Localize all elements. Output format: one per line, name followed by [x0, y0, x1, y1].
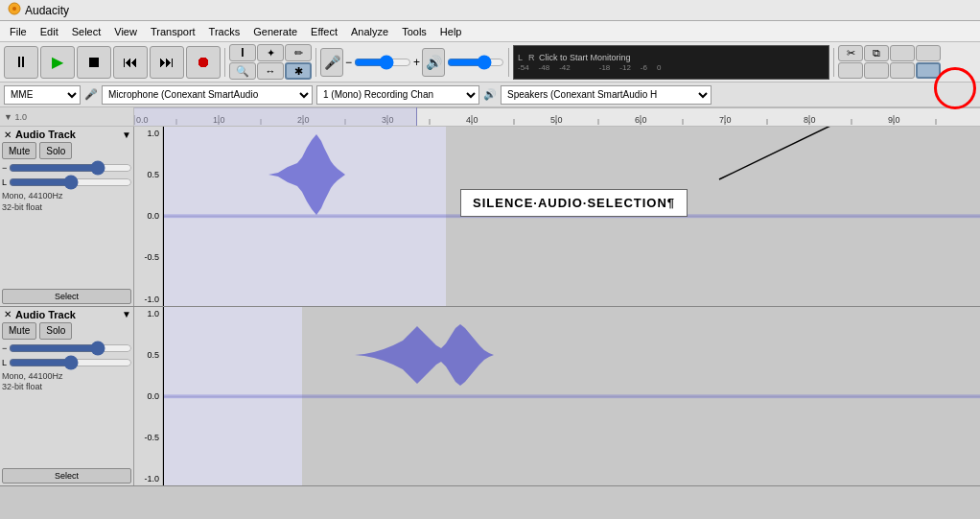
track-1-pan-L: L: [2, 177, 7, 187]
input-device-select[interactable]: Microphone (Conexant SmartAudio: [102, 85, 313, 105]
multi-tool-button[interactable]: ✱: [285, 62, 312, 80]
track-2-mute-button[interactable]: Mute: [2, 322, 36, 340]
menu-analyze[interactable]: Analyze: [345, 24, 394, 39]
silence-text: SILENCE·AUDIO·SELECTION¶: [473, 196, 675, 210]
scale-1-top: 1.0: [136, 129, 159, 138]
svg-text:4.0: 4.0: [466, 115, 478, 125]
draw-tool-button[interactable]: ✏: [285, 44, 312, 61]
svg-marker-39: [355, 324, 494, 386]
play-button[interactable]: ▶: [40, 46, 75, 79]
svg-marker-35: [268, 134, 345, 215]
silence-button[interactable]: [838, 62, 863, 79]
track-1-volume-slider[interactable]: [9, 161, 132, 175]
svg-text:8.0: 8.0: [804, 115, 816, 125]
scale-2-nhalf: -0.5: [136, 433, 159, 442]
track-1-dropdown[interactable]: ▼: [122, 130, 131, 140]
meter-n4: -18: [599, 63, 611, 72]
menu-tracks[interactable]: Tracks: [203, 24, 246, 39]
channels-select[interactable]: 1 (Mono) Recording Chan: [316, 85, 479, 105]
track-1-select-button[interactable]: Select: [2, 289, 131, 304]
menu-effect[interactable]: Effect: [305, 24, 343, 39]
undo-button[interactable]: [864, 62, 889, 79]
silence-annotation: SILENCE·AUDIO·SELECTION¶: [460, 189, 688, 217]
redo-button[interactable]: [890, 62, 915, 79]
menu-view[interactable]: View: [108, 24, 143, 39]
track-2-solo-button[interactable]: Solo: [39, 322, 72, 340]
stop-button[interactable]: ⏹: [77, 46, 111, 79]
meter-n2: -48: [539, 63, 550, 72]
speaker-icon-button[interactable]: 🔊: [422, 48, 445, 77]
track-1-wave-area[interactable]: SILENCE·AUDIO·SELECTION¶: [163, 127, 980, 306]
zoom-tool-button[interactable]: 🔍: [229, 62, 256, 80]
svg-point-1: [12, 7, 16, 11]
track-1-close-button[interactable]: ✕: [2, 130, 13, 140]
meter-label-L: L: [518, 53, 525, 62]
track-2-wave-area[interactable]: [163, 307, 980, 486]
track-1-info-line2: 32-bit float: [2, 202, 131, 214]
driver-select[interactable]: MME: [4, 85, 81, 105]
track-2-playhead: [163, 307, 164, 486]
timeshift-tool-button[interactable]: ↔: [257, 62, 284, 80]
track-1-playhead: [163, 127, 164, 306]
click-monitoring[interactable]: Click to Start Monitoring: [539, 53, 631, 62]
time-ruler: ▼ 1.0 0.0 1.0 2.0 3.0 4.0 5.0 6.0 7.0 8.…: [0, 107, 980, 127]
track-2-select-button[interactable]: Select: [2, 468, 131, 484]
ruler-track-offset: ▼ 1.0: [0, 107, 134, 126]
tracks-container: ✕ Audio Track ▼ Mute Solo − + L R Mono, …: [0, 127, 980, 486]
scale-2-half: 0.5: [136, 350, 159, 360]
menu-transport[interactable]: Transport: [145, 24, 201, 39]
pause-button[interactable]: ⏸: [4, 46, 38, 79]
track-2-info-line2: 32-bit float: [2, 382, 131, 393]
track-1-waveform[interactable]: 1.0 0.5 0.0 -0.5 -1.0: [134, 127, 980, 306]
menu-help[interactable]: Help: [434, 24, 468, 39]
track-1: ✕ Audio Track ▼ Mute Solo − + L R Mono, …: [0, 127, 980, 307]
meter-scale: L R Click to Start Monitoring: [518, 53, 825, 62]
track-2-pan-slider[interactable]: [9, 356, 132, 369]
svg-text:6.0: 6.0: [635, 115, 647, 125]
menu-tools[interactable]: Tools: [396, 24, 432, 39]
track-1-mute-button[interactable]: Mute: [2, 142, 36, 159]
track-1-solo-button[interactable]: Solo: [39, 142, 72, 159]
trim-button[interactable]: [916, 45, 941, 61]
paste-button[interactable]: [890, 45, 915, 61]
titlebar: Audacity: [0, 0, 980, 21]
scale-1-zero: 0.0: [136, 211, 159, 221]
track-1-name[interactable]: Audio Track: [15, 129, 120, 140]
menu-select[interactable]: Select: [66, 24, 107, 39]
scale-2-top: 1.0: [136, 309, 159, 318]
select-tool-button[interactable]: I: [229, 44, 256, 61]
vol-down-label: −: [345, 56, 352, 69]
menu-edit[interactable]: Edit: [35, 24, 64, 39]
scale-2-bot: -1.0: [136, 474, 159, 484]
track-1-header: ✕ Audio Track ▼: [2, 129, 131, 140]
meter-label-R: R: [528, 53, 536, 62]
svg-text:7.0: 7.0: [719, 115, 732, 125]
toolbar-separator-3: [508, 48, 509, 77]
track-2-close-button[interactable]: ✕: [2, 309, 13, 319]
envelope-tool-button[interactable]: ✦: [257, 44, 284, 61]
copy-button[interactable]: ⧉: [864, 45, 889, 61]
mic-icon-small: 🎤: [84, 88, 98, 101]
track-1-pan-slider[interactable]: [9, 176, 132, 189]
cut-button[interactable]: ✂: [838, 45, 863, 61]
track-2-dropdown[interactable]: ▼: [122, 309, 131, 319]
output-volume-slider[interactable]: [447, 58, 504, 67]
record-button[interactable]: ⏺: [186, 46, 221, 79]
mic-icon-button[interactable]: 🎤: [320, 48, 343, 77]
meter-n1: -54: [518, 63, 529, 72]
scale-1-half: 0.5: [136, 170, 159, 179]
menu-generate[interactable]: Generate: [247, 24, 303, 39]
skip-forward-button[interactable]: ⏭: [150, 46, 184, 79]
active-mode-button[interactable]: [916, 62, 941, 79]
track-2: ✕ Audio Track ▼ Mute Solo − + L R Mono, …: [0, 307, 980, 487]
menubar: File Edit Select View Transport Tracks G…: [0, 21, 980, 42]
menu-file[interactable]: File: [4, 24, 33, 39]
track-2-name[interactable]: Audio Track: [15, 309, 120, 320]
skip-back-button[interactable]: ⏮: [113, 46, 148, 79]
output-device-select[interactable]: Speakers (Conexant SmartAudio H: [501, 85, 712, 105]
input-volume-slider[interactable]: [354, 58, 411, 67]
track-2-waveform[interactable]: 1.0 0.5 0.0 -0.5 -1.0: [134, 307, 980, 486]
ruler-marks: 0.0 1.0 2.0 3.0 4.0 5.0 6.0 7.0 8.0 9.0: [134, 107, 980, 126]
level-meters: L R Click to Start Monitoring -54 -48 -4…: [513, 45, 829, 80]
track-2-volume-slider[interactable]: [9, 342, 132, 355]
